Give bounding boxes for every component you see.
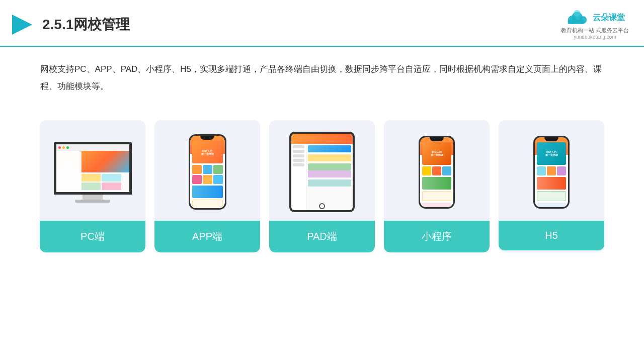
header-left: 2.5.1网校管理 bbox=[10, 13, 130, 37]
app-label: APP端 bbox=[154, 221, 260, 252]
pc-monitor-icon bbox=[54, 142, 132, 203]
h5-card: 职达人的第一堂网课 H5 bbox=[499, 120, 604, 252]
description-text: 网校支持PC、APP、PAD、小程序、H5，实现多端打通，产品各终端自由切换，数… bbox=[0, 47, 644, 100]
miniprogram-label: 小程序 bbox=[384, 221, 490, 252]
app-image-area: 职达人的第一堂网课 bbox=[154, 120, 260, 221]
pc-label: PC端 bbox=[40, 221, 145, 252]
cards-section: PC端 职达人的第一堂网课 bbox=[0, 105, 644, 252]
svg-point-5 bbox=[574, 10, 581, 17]
pc-image-area bbox=[40, 120, 145, 221]
pad-card: PAD端 bbox=[269, 120, 375, 252]
pc-card: PC端 bbox=[40, 120, 145, 252]
app-card: 职达人的第一堂网课 bbox=[154, 120, 260, 252]
logo-brand-text: 云朵课堂 bbox=[593, 13, 625, 23]
svg-marker-0 bbox=[12, 15, 32, 35]
app-phone-icon: 职达人的第一堂网课 bbox=[189, 134, 226, 210]
logo-cloud: 云朵课堂 bbox=[565, 9, 625, 27]
play-icon bbox=[10, 13, 34, 37]
logo-tagline: 教育机构一站 式服务云平台 bbox=[561, 27, 629, 34]
miniprogram-image-area: 职达人的第一堂网课 bbox=[384, 120, 490, 221]
logo-url: yunduoketang.com bbox=[574, 34, 616, 40]
cloud-icon bbox=[565, 9, 590, 27]
pad-tablet-icon bbox=[289, 132, 355, 212]
pad-image-area bbox=[269, 120, 375, 221]
h5-label: H5 bbox=[499, 221, 604, 250]
page-header: 2.5.1网校管理 云朵课堂 教育机构一站 式服务云平台 yunduoketan… bbox=[0, 0, 644, 47]
pad-label: PAD端 bbox=[269, 221, 375, 252]
h5-phone-icon: 职达人的第一堂网课 bbox=[533, 136, 570, 209]
h5-image-area: 职达人的第一堂网课 bbox=[499, 120, 604, 221]
miniprogram-phone-icon: 职达人的第一堂网课 bbox=[419, 136, 455, 209]
svg-rect-4 bbox=[568, 20, 584, 24]
page-title: 2.5.1网校管理 bbox=[42, 15, 130, 34]
miniprogram-card: 职达人的第一堂网课 小程序 bbox=[384, 120, 490, 252]
logo-area: 云朵课堂 教育机构一站 式服务云平台 yunduoketang.com bbox=[561, 9, 629, 40]
